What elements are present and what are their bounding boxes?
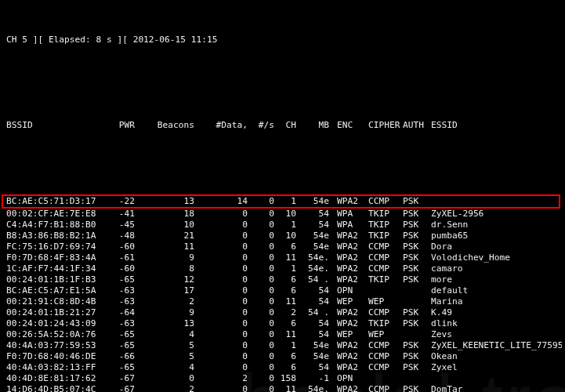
- network-row: 40:4D:8E:81:17:62-67020158-1OPN: [3, 373, 562, 384]
- col-cipher: CIPHER: [368, 120, 403, 130]
- col-data: #Data,: [194, 120, 248, 130]
- col-auth: AUTH: [403, 120, 431, 130]
- network-row: 40:4A:03:82:13:FF-65400654WPA2CCMPPSKZyx…: [3, 362, 562, 373]
- network-row: BC:AE:C5:71:D3:17-2213140154eWPA2CCMPPSK: [2, 194, 560, 209]
- col-ch: CH: [274, 120, 296, 130]
- network-row: 00:26:5A:52:0A:76-654001154WEPWEPZevs: [3, 329, 562, 340]
- network-row: 00:24:01:24:43:09-631300654WPA2TKIPPSKdl…: [3, 318, 562, 329]
- network-row: 00:21:91:C8:8D:4B-632001154WEPWEPMarina: [3, 296, 562, 307]
- network-row: B8:A3:86:B8:B2:1A-4821001054eWPA2TKIPPSK…: [3, 230, 562, 241]
- status-line: CH 5 ][ Elapsed: 8 s ][ 2012-06-15 11:15: [3, 34, 562, 45]
- col-enc: ENC: [337, 120, 368, 130]
- terminal-output: CH 5 ][ Elapsed: 8 s ][ 2012-06-15 11:15…: [0, 0, 565, 392]
- col-essid: ESSID: [431, 120, 562, 130]
- col-mb: MB: [296, 120, 329, 130]
- network-row: 00:24:01:1B:21:27-64900254 .WPA2CCMPPSKK…: [3, 307, 562, 318]
- col-ps: #/s: [248, 120, 274, 130]
- network-row: F0:7D:68:4F:83:4A-619001154e.WPA2CCMPPSK…: [3, 252, 562, 263]
- network-row: 40:4A:03:77:59:53-65500154eWPA2CCMPPSKZy…: [3, 340, 562, 351]
- network-row: 1C:AF:F7:44:1F:34-60800154e.WPA2CCMPPSKc…: [3, 263, 562, 274]
- network-row: 14:D6:4D:B5:07:4C-672001154e.WPA2CCMPPSK…: [3, 384, 562, 392]
- col-bssid: BSSID: [6, 120, 107, 130]
- network-row: C4:A4:F7:B1:88:B0-451000154WPATKIPPSKdr.…: [3, 220, 562, 230]
- network-row: 00:02:CF:AE:7E:E8-4118001054WPATKIPPSKZy…: [3, 209, 562, 220]
- network-header: BSSID PWR Beacons #Data, #/s CH MB ENC C…: [3, 120, 562, 131]
- col-pwr: PWR: [107, 120, 135, 130]
- network-row: BC:AE:C5:A7:E1:5A-631700654OPNdefault: [3, 285, 562, 296]
- col-beacons: Beacons: [135, 120, 194, 130]
- network-row: FC:75:16:D7:69:74-601100654eWPA2CCMPPSKD…: [3, 241, 562, 252]
- network-row: F0:7D:68:40:46:DE-66500654eWPA2CCMPPSKOk…: [3, 351, 562, 362]
- network-row: 00:24:01:1B:1F:B3-651200654 .WPA2TKIPPSK…: [3, 274, 562, 285]
